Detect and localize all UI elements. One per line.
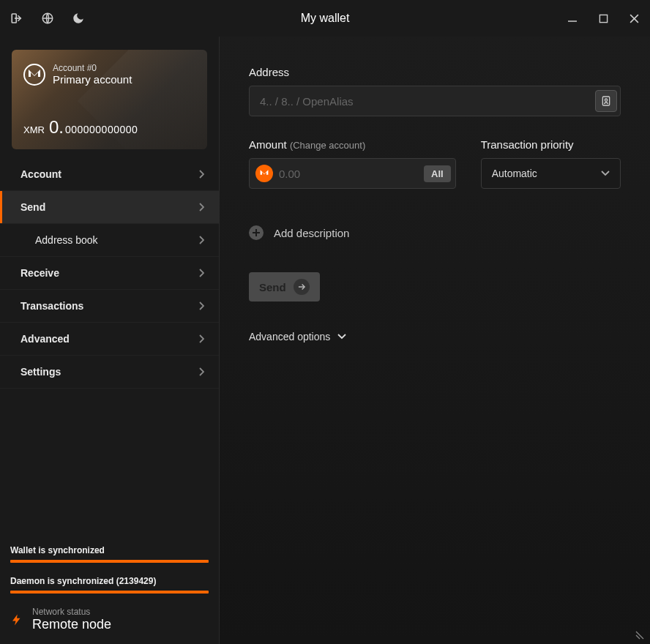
chevron-right-icon	[198, 367, 204, 376]
svg-rect-3	[599, 15, 607, 22]
address-label: Address	[249, 66, 621, 78]
bolt-icon	[10, 610, 23, 630]
balance: XMR 0. 000000000000	[23, 117, 138, 138]
svg-point-9	[258, 168, 271, 180]
nav-label: Address book	[35, 234, 98, 246]
network-status-label: Network status	[32, 607, 111, 617]
plus-icon	[249, 225, 264, 240]
wallet-sync-label: Wallet is synchronized	[10, 545, 209, 555]
network-status-value: Remote node	[32, 617, 111, 632]
nav-label: Receive	[20, 267, 59, 279]
chevron-down-icon	[337, 334, 346, 340]
svg-point-6	[24, 64, 45, 85]
amount-input-row: All	[249, 158, 456, 189]
send-panel: Address Amount (Change account) All	[220, 37, 650, 644]
nav-send[interactable]: Send	[0, 191, 219, 224]
nav-address-book[interactable]: Address book	[0, 224, 219, 257]
logout-icon[interactable]	[9, 10, 25, 26]
close-button[interactable]	[627, 11, 641, 26]
sidebar: Account #0 Primary account XMR 0. 000000…	[0, 37, 220, 644]
resize-handle-icon[interactable]	[635, 629, 646, 640]
maximize-button[interactable]	[596, 11, 610, 26]
network-status[interactable]: Network status Remote node	[10, 607, 209, 632]
chevron-down-icon	[601, 171, 610, 176]
nav-transactions[interactable]: Transactions	[0, 290, 219, 323]
chevron-right-icon	[198, 203, 204, 211]
account-number: Account #0	[53, 63, 132, 73]
window-title: My wallet	[301, 12, 350, 25]
add-description-label: Add description	[274, 227, 349, 239]
chevron-right-icon	[198, 302, 204, 310]
minimize-button[interactable]	[565, 11, 580, 26]
monero-icon	[255, 165, 273, 182]
chevron-right-icon	[198, 334, 204, 343]
add-description[interactable]: Add description	[249, 225, 621, 240]
daemon-sync-progress	[10, 591, 209, 594]
sidebar-status: Wallet is synchronized Daemon is synchro…	[0, 535, 219, 644]
moon-icon[interactable]	[70, 10, 86, 26]
nav-label: Advanced	[20, 333, 70, 345]
nav-label: Transactions	[20, 300, 83, 312]
priority-label: Transaction priority	[481, 138, 621, 151]
nav-label: Send	[20, 201, 45, 213]
svg-point-8	[605, 99, 607, 101]
monero-icon	[23, 64, 45, 86]
nav-label: Account	[20, 168, 61, 180]
chevron-right-icon	[198, 236, 204, 244]
all-button[interactable]: All	[424, 165, 451, 182]
priority-value: Automatic	[492, 168, 537, 179]
nav-receive[interactable]: Receive	[0, 257, 219, 290]
arrow-right-icon	[294, 279, 310, 295]
account-name: Primary account	[53, 73, 132, 86]
titlebar: My wallet	[0, 0, 650, 37]
address-input-row	[249, 86, 621, 116]
advanced-options-toggle[interactable]: Advanced options	[249, 331, 621, 342]
daemon-sync-label: Daemon is synchronized (2139429)	[10, 576, 209, 586]
amount-label: Amount (Change account)	[249, 138, 456, 151]
chevron-right-icon	[198, 170, 204, 179]
nav-account[interactable]: Account	[0, 158, 219, 191]
nav-label: Settings	[20, 366, 61, 378]
address-input[interactable]	[260, 95, 595, 108]
nav-advanced[interactable]: Advanced	[0, 323, 219, 356]
priority-select[interactable]: Automatic	[481, 158, 621, 189]
change-account-link[interactable]: (Change account)	[290, 140, 365, 151]
chevron-right-icon	[198, 269, 204, 277]
nav: Account Send Address book Receive	[0, 158, 219, 389]
account-card[interactable]: Account #0 Primary account XMR 0. 000000…	[12, 50, 207, 149]
wallet-sync-progress	[10, 560, 209, 563]
send-button[interactable]: Send	[249, 272, 320, 302]
amount-input[interactable]	[279, 168, 418, 180]
globe-icon[interactable]	[40, 10, 56, 26]
address-book-button[interactable]	[595, 90, 617, 112]
nav-settings[interactable]: Settings	[0, 356, 219, 389]
